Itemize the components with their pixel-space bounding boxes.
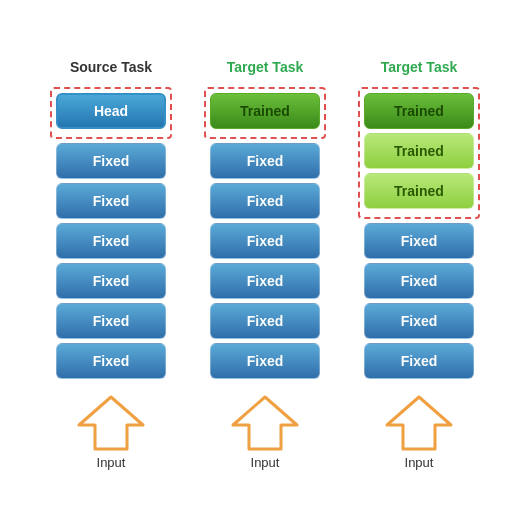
block-head: Head <box>56 93 166 129</box>
dashed-box-target1: Trained <box>204 87 326 139</box>
dashed-box-source: Head <box>50 87 172 139</box>
input-label-3: Input <box>405 455 434 470</box>
block-fixed-t1-1: Fixed <box>210 143 320 179</box>
block-fixed-t2-4: Fixed <box>364 343 474 379</box>
svg-marker-0 <box>79 397 143 449</box>
input-section-3: Input <box>379 393 459 470</box>
block-fixed-t1-6: Fixed <box>210 343 320 379</box>
input-arrow-2 <box>225 393 305 453</box>
svg-marker-1 <box>233 397 297 449</box>
column-source: Source Task Head Fixed Fixed Fixed Fixed… <box>50 59 172 470</box>
block-fixed-s6: Fixed <box>56 343 166 379</box>
block-fixed-t1-3: Fixed <box>210 223 320 259</box>
column-target2: Target Task Trained Trained Trained Fixe… <box>358 59 480 470</box>
block-trained-light-t2-1: Trained <box>364 133 474 169</box>
dashed-box-target2: Trained Trained Trained <box>358 87 480 219</box>
block-fixed-t2-3: Fixed <box>364 303 474 339</box>
block-trained-t1: Trained <box>210 93 320 129</box>
input-section-1: Input <box>71 393 151 470</box>
input-arrow-3 <box>379 393 459 453</box>
block-fixed-s4: Fixed <box>56 263 166 299</box>
block-fixed-t1-2: Fixed <box>210 183 320 219</box>
block-fixed-s2: Fixed <box>56 183 166 219</box>
block-fixed-t2-1: Fixed <box>364 223 474 259</box>
target2-title: Target Task <box>381 59 458 79</box>
column-target1: Target Task Trained Fixed Fixed Fixed Fi… <box>204 59 326 470</box>
input-label-2: Input <box>251 455 280 470</box>
diagram: Source Task Head Fixed Fixed Fixed Fixed… <box>30 39 500 480</box>
block-fixed-t1-4: Fixed <box>210 263 320 299</box>
svg-marker-2 <box>387 397 451 449</box>
block-fixed-s3: Fixed <box>56 223 166 259</box>
source-title: Source Task <box>70 59 152 79</box>
block-trained-light-t2-2: Trained <box>364 173 474 209</box>
block-trained-dark-t2: Trained <box>364 93 474 129</box>
input-section-2: Input <box>225 393 305 470</box>
target1-title: Target Task <box>227 59 304 79</box>
input-arrow-1 <box>71 393 151 453</box>
block-fixed-t1-5: Fixed <box>210 303 320 339</box>
block-fixed-s5: Fixed <box>56 303 166 339</box>
block-fixed-t2-2: Fixed <box>364 263 474 299</box>
input-label-1: Input <box>97 455 126 470</box>
block-fixed-s1: Fixed <box>56 143 166 179</box>
